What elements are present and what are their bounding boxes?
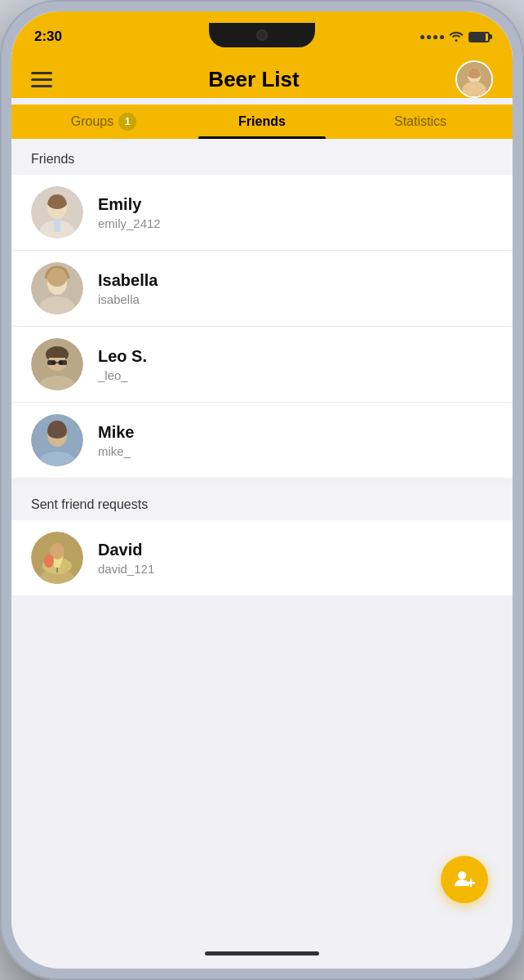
friends-section-header: Friends <box>11 139 513 175</box>
friends-list: Emily emily_2412 <box>11 175 513 478</box>
friend-name: David <box>98 541 493 559</box>
tabs: Groups 1 Friends Statistics <box>11 105 513 139</box>
signal-icon <box>420 35 444 39</box>
groups-badge: 1 <box>118 113 136 131</box>
svg-point-28 <box>44 555 54 568</box>
svg-rect-6 <box>54 219 60 232</box>
list-item[interactable]: David david_121 <box>11 520 513 595</box>
content-area: Friends <box>11 139 513 969</box>
friend-name: Mike <box>98 423 493 442</box>
requests-section-header: Sent friend requests <box>11 484 513 520</box>
app-title: Beer List <box>208 67 299 92</box>
tab-friends[interactable]: Friends <box>183 105 341 139</box>
list-item[interactable]: Mike mike_ <box>11 403 513 478</box>
list-item[interactable]: Isabella isabella <box>11 251 513 327</box>
avatar <box>31 338 83 390</box>
status-icons <box>420 30 490 44</box>
wifi-icon <box>449 30 464 44</box>
add-friend-button[interactable] <box>441 856 488 903</box>
add-person-icon <box>453 868 476 891</box>
svg-point-29 <box>458 871 466 880</box>
friend-name: Leo S. <box>98 347 493 366</box>
tab-statistics[interactable]: Statistics <box>341 105 500 139</box>
svg-rect-17 <box>59 360 67 365</box>
avatar <box>31 262 83 314</box>
avatar <box>31 186 83 238</box>
avatar <box>31 532 83 584</box>
friend-info: Emily emily_2412 <box>98 195 493 230</box>
requests-list: David david_121 <box>11 520 513 595</box>
battery-icon <box>468 32 490 42</box>
tab-groups[interactable]: Groups 1 <box>24 105 183 139</box>
friend-username: mike_ <box>98 444 493 458</box>
home-indicator <box>205 951 319 956</box>
friend-username: david_121 <box>98 562 493 576</box>
friend-info: Mike mike_ <box>98 423 493 458</box>
menu-button[interactable] <box>31 72 52 87</box>
avatar <box>31 414 83 466</box>
list-item[interactable]: Leo S. _leo_ <box>11 327 513 403</box>
friend-username: isabella <box>98 292 493 306</box>
list-item[interactable]: Emily emily_2412 <box>11 175 513 251</box>
friend-username: _leo_ <box>98 368 493 382</box>
status-time: 2:30 <box>34 29 62 45</box>
friend-name: Emily <box>98 195 493 214</box>
friend-info: Isabella isabella <box>98 271 493 306</box>
user-avatar[interactable] <box>455 60 493 98</box>
svg-rect-16 <box>47 360 56 365</box>
friend-info: David david_121 <box>98 541 493 576</box>
friend-info: Leo S. _leo_ <box>98 347 493 382</box>
header: Beer List <box>11 52 513 98</box>
friend-username: emily_2412 <box>98 216 493 230</box>
friend-name: Isabella <box>98 271 493 290</box>
